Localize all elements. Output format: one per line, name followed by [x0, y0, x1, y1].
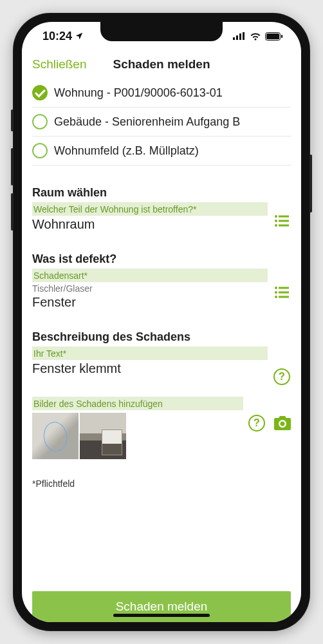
home-indicator[interactable] — [113, 614, 210, 617]
svg-rect-3 — [243, 32, 245, 40]
defect-field[interactable]: Schadensart* Tischler/Glaser Fenster — [32, 269, 291, 310]
list-icon — [275, 287, 289, 298]
side-button — [11, 148, 14, 185]
defect-band-label: Schadensart* — [32, 269, 268, 282]
photos-strip — [32, 413, 243, 459]
side-button — [309, 155, 312, 213]
room-band-label: Welcher Teil der Wohnung ist betroffen?* — [32, 202, 268, 216]
side-button — [11, 109, 14, 131]
photos-field: Bilder des Schadens hinzufügen ? — [32, 397, 291, 459]
location-option-label: Wohnumfeld (z.B. Müllplatz) — [54, 144, 199, 158]
photos-band-label: Bilder des Schadens hinzufügen — [32, 397, 243, 410]
required-note: *Pflichtfeld — [32, 478, 291, 489]
description-heading: Beschreibung des Schadens — [32, 330, 291, 344]
svg-point-9 — [275, 220, 277, 222]
svg-rect-1 — [236, 35, 238, 40]
room-picker-button[interactable] — [273, 202, 291, 227]
svg-rect-8 — [279, 216, 289, 218]
navbar: Schließen Schaden melden — [22, 50, 301, 79]
description-band-label: Ihr Text* — [32, 346, 268, 360]
cellular-icon — [233, 32, 246, 40]
room-value: Wohnraum — [32, 217, 268, 232]
svg-point-13 — [275, 287, 277, 289]
status-right — [233, 32, 283, 41]
phone-frame: 10:24 Schließen Schaden melden Wohnung -… — [13, 13, 310, 631]
svg-rect-2 — [239, 33, 241, 40]
room-heading: Raum wählen — [32, 186, 291, 200]
submit-button-label: Schaden melden — [116, 600, 208, 614]
radio-unchecked-icon — [32, 114, 48, 129]
camera-icon[interactable] — [274, 416, 291, 430]
radio-unchecked-icon — [32, 143, 48, 158]
screen: 10:24 Schließen Schaden melden Wohnung -… — [22, 22, 301, 622]
svg-rect-5 — [266, 33, 279, 39]
location-option-wohnumfeld[interactable]: Wohnumfeld (z.B. Müllplatz) — [32, 137, 291, 166]
page-title: Schaden melden — [113, 57, 210, 71]
status-time: 10:24 — [42, 30, 72, 43]
defect-category: Tischler/Glaser — [32, 283, 268, 294]
location-option-label: Gebäude - Seniorenheim Aufgang B — [54, 115, 240, 129]
svg-point-11 — [275, 224, 277, 227]
location-option-wohnung[interactable]: Wohnung - P001/90006-6013-01 — [32, 79, 291, 108]
location-option-label: Wohnung - P001/90006-6013-01 — [54, 86, 223, 100]
svg-point-17 — [275, 296, 277, 298]
svg-rect-0 — [233, 37, 235, 40]
help-icon: ? — [273, 368, 290, 385]
photo-thumbnail[interactable] — [32, 413, 78, 459]
close-button[interactable]: Schließen — [32, 57, 87, 71]
description-field[interactable]: Ihr Text* Fenster klemmt ? — [32, 346, 291, 385]
description-help-button[interactable]: ? — [273, 346, 291, 385]
svg-rect-14 — [279, 287, 289, 289]
defect-picker-button[interactable] — [273, 269, 291, 298]
photo-thumbnail[interactable] — [80, 413, 126, 459]
notch — [100, 22, 223, 41]
help-icon[interactable]: ? — [248, 415, 265, 431]
wifi-icon — [250, 32, 261, 41]
svg-point-7 — [275, 215, 277, 218]
side-button — [11, 193, 14, 231]
radio-checked-icon — [32, 85, 48, 100]
description-value: Fenster klemmt — [32, 361, 268, 376]
defect-heading: Was ist defekt? — [32, 252, 291, 266]
svg-rect-6 — [281, 35, 282, 38]
svg-rect-10 — [279, 220, 289, 222]
content-scroll[interactable]: Wohnung - P001/90006-6013-01 Gebäude - S… — [22, 79, 301, 582]
svg-rect-18 — [279, 296, 289, 298]
status-time-group: 10:24 — [42, 30, 84, 43]
location-arrow-icon — [75, 32, 84, 41]
location-option-gebaeude[interactable]: Gebäude - Seniorenheim Aufgang B — [32, 108, 291, 137]
battery-icon — [265, 32, 283, 41]
defect-value: Fenster — [32, 295, 268, 310]
room-field[interactable]: Welcher Teil der Wohnung ist betroffen?*… — [32, 202, 291, 232]
svg-point-15 — [275, 291, 277, 294]
svg-rect-16 — [279, 292, 289, 294]
list-icon — [275, 215, 289, 227]
photos-actions: ? — [248, 397, 291, 431]
submit-button[interactable]: Schaden melden — [32, 591, 291, 622]
svg-rect-12 — [279, 225, 289, 227]
